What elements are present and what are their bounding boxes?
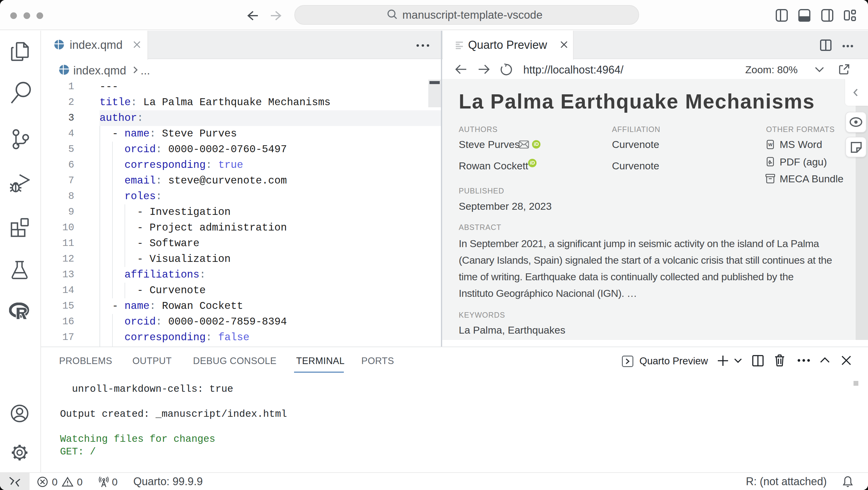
svg-text:W: W — [768, 142, 773, 147]
